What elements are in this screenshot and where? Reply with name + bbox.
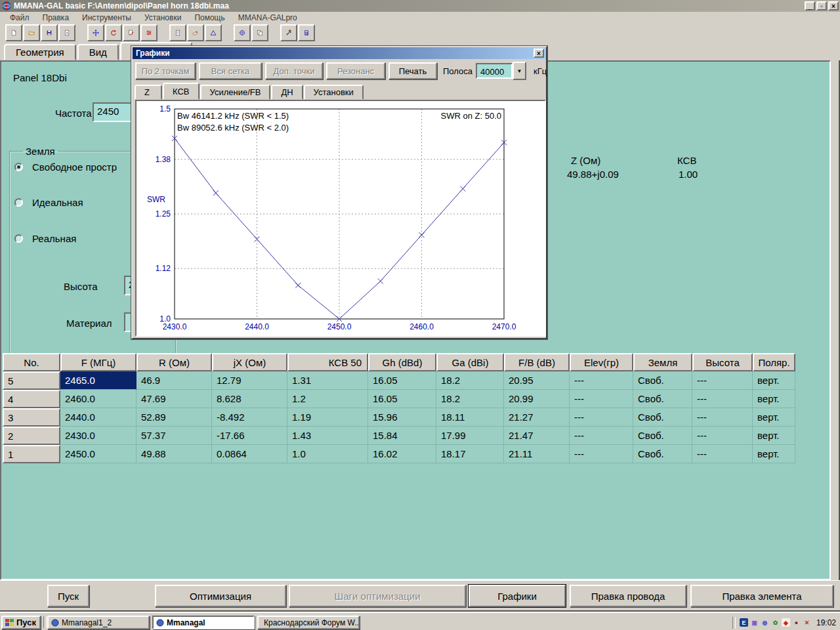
dialog-tab-2[interactable]: КСВ [163, 83, 200, 100]
menu-item-4[interactable]: Установки [138, 12, 187, 23]
table-cell[interactable]: 18.2 [436, 390, 504, 408]
maroon-circle-icon[interactable]: ● [792, 618, 801, 627]
table-cell[interactable]: 1.43 [287, 427, 368, 445]
row-number-cell[interactable]: 5 [3, 371, 60, 390]
blue-e-icon[interactable]: E [740, 618, 748, 627]
table-cell[interactable]: 17.99 [436, 427, 504, 445]
table-cell[interactable]: 20.99 [504, 390, 570, 408]
open-file-icon[interactable] [23, 24, 40, 41]
ground-option-2[interactable]: Идеальная [14, 197, 83, 208]
table-cell[interactable]: 15.96 [368, 408, 436, 427]
erase-icon[interactable] [187, 24, 204, 41]
table-cell[interactable]: 52.89 [136, 408, 212, 427]
table-cell[interactable]: Своб. [633, 390, 692, 408]
radio-unselected-icon[interactable] [14, 198, 23, 207]
red-cross-icon[interactable]: ✕ [803, 618, 811, 627]
table-cell[interactable]: 1.31 [287, 371, 368, 390]
table-cell[interactable]: -8.492 [212, 408, 287, 427]
dialog-tab-4[interactable]: ДН [271, 85, 303, 100]
dialog-tab-1[interactable]: Z [135, 85, 162, 100]
row-number-cell[interactable]: 1 [3, 445, 60, 463]
row-number-cell[interactable]: 4 [3, 390, 60, 408]
table-cell[interactable]: 8.628 [212, 390, 287, 408]
table-cell[interactable]: 2440.0 [60, 408, 136, 427]
blue-app-icon[interactable]: ◍ [761, 618, 769, 627]
table-cell[interactable]: 15.84 [368, 427, 436, 445]
minimize-button[interactable]: _ [805, 1, 815, 10]
dialog-close-button[interactable]: × [534, 49, 544, 58]
table-cell[interactable]: --- [570, 408, 633, 427]
purple-app-icon[interactable]: ▣ [750, 618, 759, 627]
taskbar-task-3[interactable]: Краснодарский Форум W... [257, 616, 360, 629]
green-app-icon[interactable]: ✿ [771, 618, 780, 627]
table-cell[interactable]: Своб. [633, 371, 692, 390]
table-cell[interactable]: Своб. [633, 445, 692, 463]
far-field-plot-icon[interactable] [205, 24, 222, 41]
table-cell[interactable]: 21.47 [504, 427, 570, 445]
action-2-button[interactable]: Оптимизация [155, 585, 286, 607]
table-cell[interactable]: 2450.0 [60, 445, 136, 463]
row-number-cell[interactable]: 3 [3, 408, 60, 427]
frequency-input[interactable]: 2450 [93, 102, 132, 122]
tab-1[interactable]: Геометрия [4, 44, 76, 60]
copy-view-icon[interactable] [251, 24, 268, 41]
table-cell[interactable]: --- [692, 390, 753, 408]
table-cell[interactable]: 2460.0 [60, 390, 136, 408]
dialog-tab-5[interactable]: Установки [304, 85, 364, 100]
file-info-icon[interactable]: i [58, 24, 75, 41]
action-3-button[interactable]: Шаги оптимизации [289, 585, 466, 607]
table-cell[interactable]: 2430.0 [60, 427, 136, 445]
table-cell[interactable]: 12.79 [212, 371, 287, 390]
table-cell[interactable]: верт. [753, 371, 795, 390]
main-window-titlebar[interactable]: MMANA-GAL basic F:\Antenn\dipol\Panel ho… [0, 0, 840, 12]
dialog-button-1[interactable]: По 2 точкам [135, 62, 196, 79]
options-icon[interactable] [280, 24, 297, 41]
table-cell[interactable]: 18.17 [436, 445, 504, 463]
table-cell[interactable]: 1.19 [287, 408, 368, 427]
red-diamond-icon[interactable]: ◆ [782, 618, 790, 627]
radio-unselected-icon[interactable] [14, 234, 23, 243]
new-file-icon[interactable] [5, 24, 22, 41]
table-cell[interactable]: -17.66 [212, 427, 287, 445]
menu-item-2[interactable]: Правка [37, 12, 75, 23]
save-file-icon[interactable] [41, 24, 58, 41]
dialog-titlebar[interactable]: Графики × [133, 47, 546, 59]
table-cell[interactable]: --- [570, 390, 633, 408]
band-value[interactable]: 40000 [476, 63, 513, 79]
table-cell[interactable]: 47.69 [136, 390, 212, 408]
action-5-button[interactable]: Правка провода [570, 585, 686, 607]
dialog-button-3[interactable]: Доп. точки [265, 62, 323, 79]
edit-wire-icon[interactable] [123, 24, 140, 41]
table-cell[interactable]: 16.02 [368, 445, 436, 463]
view-definition-icon[interactable] [169, 24, 186, 41]
dialog-button-5[interactable]: Печать [388, 62, 437, 79]
table-cell[interactable]: 20.95 [504, 371, 570, 390]
table-cell[interactable]: верт. [753, 390, 795, 408]
table-cell[interactable]: 46.9 [136, 371, 212, 390]
table-cell[interactable]: --- [692, 427, 753, 445]
ground-option-1[interactable]: Свободное простр [14, 161, 117, 173]
table-cell[interactable]: верт. [753, 427, 795, 445]
table-cell[interactable]: верт. [753, 408, 795, 427]
table-cell[interactable]: 16.05 [368, 371, 436, 390]
table-cell[interactable]: --- [692, 371, 753, 390]
calculator-icon[interactable] [298, 24, 315, 41]
start-button[interactable]: Пуск [1, 616, 41, 629]
radio-selected-icon[interactable] [14, 163, 23, 171]
table-cell[interactable]: Своб. [633, 427, 692, 445]
action-4-button[interactable]: Графики [469, 585, 566, 607]
dialog-tab-3[interactable]: Усиление/FB [200, 85, 271, 100]
table-cell[interactable]: 1.0 [287, 445, 368, 463]
action-6-button[interactable]: Правка элемента [690, 585, 833, 607]
rotate-view-icon[interactable] [105, 24, 122, 41]
table-cell[interactable]: 49.88 [136, 445, 212, 463]
band-combobox[interactable]: 40000 ▼ [476, 63, 526, 79]
close-button[interactable]: × [828, 1, 839, 10]
table-cell[interactable]: --- [570, 427, 633, 445]
restore-button[interactable]: ▫ [816, 1, 827, 10]
menu-item-5[interactable]: Помощь [188, 12, 230, 23]
table-cell[interactable]: 21.11 [504, 445, 570, 463]
table-cell[interactable]: 16.05 [368, 390, 436, 408]
table-cell[interactable]: --- [570, 445, 633, 463]
move-view-icon[interactable] [87, 24, 104, 41]
